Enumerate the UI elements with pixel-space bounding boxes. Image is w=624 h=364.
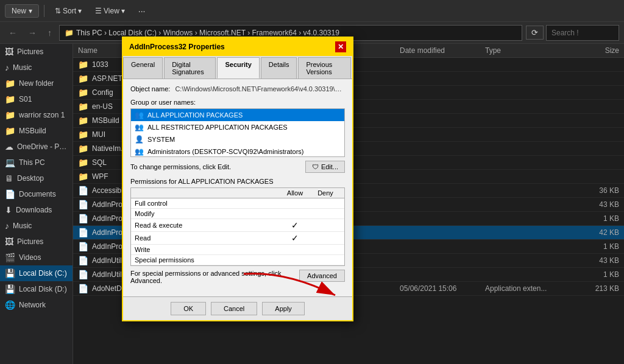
dialog-tabs: General Digital Signatures Security Deta… bbox=[123, 56, 352, 79]
perm-header-row: Allow Deny bbox=[131, 188, 344, 198]
user-icon: 👥 bbox=[135, 111, 144, 119]
users-list[interactable]: 👥 ALL APPLICATION PACKAGES 👥 ALL RESTRIC… bbox=[130, 108, 345, 157]
perm-row: Write bbox=[131, 245, 344, 255]
object-name-label: Object name: bbox=[130, 85, 170, 93]
list-item[interactable]: 👥 Administrators (DESKTOP-SCVQI92\Admini… bbox=[131, 145, 344, 157]
perm-header-allow: Allow bbox=[280, 189, 310, 197]
list-item[interactable]: 👥 ALL RESTRICTED APPLICATION PACKAGES bbox=[131, 121, 344, 133]
perm-name: Full control bbox=[135, 200, 280, 207]
tab-security-label: Security bbox=[225, 61, 251, 68]
perm-name: Modify bbox=[135, 210, 280, 217]
user-name: Administrators (DESKTOP-SCVQI92\Administ… bbox=[147, 148, 304, 155]
list-item[interactable]: 👤 SYSTEM bbox=[131, 133, 344, 145]
perm-name: Special permissions bbox=[135, 256, 280, 264]
red-arrow bbox=[238, 268, 360, 306]
perm-allow: ✓ bbox=[280, 220, 310, 230]
dialog-close-button[interactable]: ✕ bbox=[335, 41, 346, 52]
user-icon: 👥 bbox=[135, 147, 144, 156]
tab-previous-versions[interactable]: Previous Versions bbox=[298, 57, 351, 79]
dialog-body: Object name: C:\Windows\Microsoft.NET\Fr… bbox=[123, 79, 352, 296]
tab-security[interactable]: Security bbox=[217, 57, 259, 79]
tab-digital-label: Digital Signatures bbox=[172, 61, 204, 75]
perm-row: Read & execute ✓ bbox=[131, 219, 344, 232]
tab-previous-label: Previous Versions bbox=[306, 61, 332, 75]
ok-button[interactable]: OK bbox=[171, 302, 206, 315]
tab-general[interactable]: General bbox=[123, 57, 163, 79]
perm-name: Read bbox=[135, 234, 280, 242]
edit-icon: 🛡 bbox=[312, 163, 319, 170]
tab-details-label: Details bbox=[269, 61, 289, 68]
edit-label: Edit... bbox=[321, 163, 338, 170]
user-icon: 👤 bbox=[135, 135, 144, 144]
perm-row: Full control bbox=[131, 198, 344, 209]
edit-button[interactable]: 🛡 Edit... bbox=[305, 161, 345, 173]
dialog-title: AddInProcess32 Properties bbox=[129, 43, 225, 51]
user-name: ALL RESTRICTED APPLICATION PACKAGES bbox=[147, 124, 288, 131]
tab-digital-signatures[interactable]: Digital Signatures bbox=[164, 57, 216, 79]
change-perms-text: To change permissions, click Edit. bbox=[130, 163, 231, 170]
ok-label: OK bbox=[183, 305, 193, 312]
perm-header-name bbox=[135, 189, 280, 197]
perm-row: Modify bbox=[131, 209, 344, 219]
perm-allow: ✓ bbox=[280, 233, 310, 243]
tab-general-label: General bbox=[131, 61, 155, 68]
perm-row: Read ✓ bbox=[131, 232, 344, 245]
user-name: ALL APPLICATION PACKAGES bbox=[147, 111, 243, 119]
tab-details[interactable]: Details bbox=[261, 57, 297, 79]
list-item[interactable]: 👥 ALL APPLICATION PACKAGES bbox=[131, 109, 344, 121]
dialog-overlay: AddInProcess32 Properties ✕ General Digi… bbox=[0, 0, 624, 364]
user-icon: 👥 bbox=[135, 123, 144, 131]
perm-name: Read & execute bbox=[135, 222, 280, 229]
permissions-label: Permissions for ALL APPLICATION PACKAGES bbox=[130, 178, 345, 185]
user-name: SYSTEM bbox=[147, 136, 175, 143]
permissions-label-text: Permissions for ALL APPLICATION PACKAGES bbox=[130, 178, 274, 185]
dialog-titlebar: AddInProcess32 Properties ✕ bbox=[123, 38, 352, 56]
perm-row: Special permissions bbox=[131, 255, 344, 265]
perm-header-deny: Deny bbox=[310, 189, 341, 197]
object-name-value: C:\Windows\Microsoft.NET\Framework64\v4.… bbox=[175, 85, 345, 93]
object-name-row: Object name: C:\Windows\Microsoft.NET\Fr… bbox=[130, 85, 345, 93]
permissions-table: Allow Deny Full control Modify Read & ex… bbox=[130, 187, 345, 266]
perm-name: Write bbox=[135, 246, 280, 253]
change-perms-row: To change permissions, click Edit. 🛡 Edi… bbox=[130, 161, 345, 173]
group-label: Group or user names: bbox=[130, 99, 345, 106]
